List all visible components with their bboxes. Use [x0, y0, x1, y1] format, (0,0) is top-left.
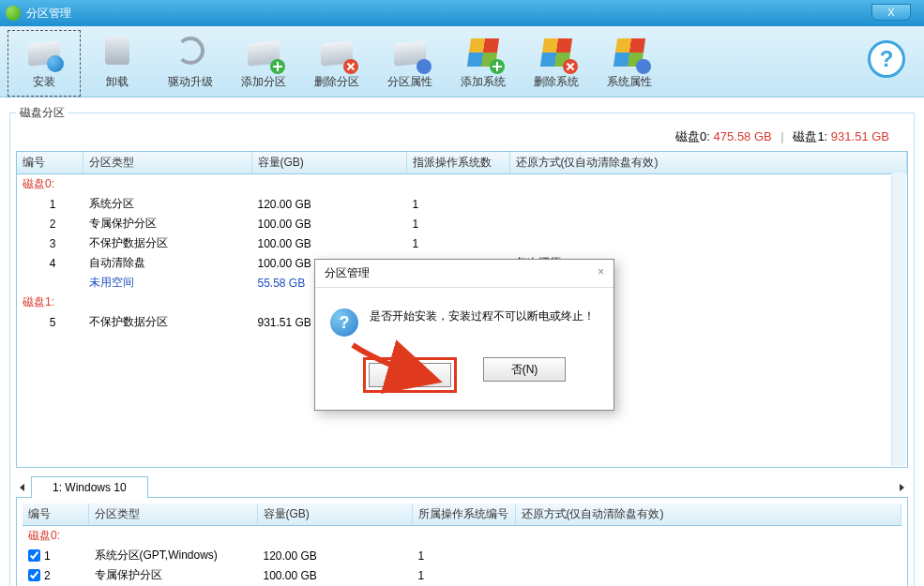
- partition-props-icon: [392, 35, 428, 70]
- table-row[interactable]: 1系统分区(GPT,Windows)120.00 GB1: [23, 546, 901, 565]
- col-os-owner[interactable]: 所属操作系统编号: [412, 503, 515, 526]
- col-type[interactable]: 分区类型: [88, 503, 257, 526]
- col-restore[interactable]: 还原方式(仅自动清除盘有效): [515, 503, 901, 526]
- no-button[interactable]: 否(N): [483, 357, 566, 382]
- toolbar-add-partition[interactable]: 添加分区: [227, 30, 300, 97]
- disk-0-label-row: 磁盘0:: [17, 174, 907, 195]
- yes-button[interactable]: 是(Y): [369, 363, 451, 387]
- toolbar-partition-props[interactable]: 分区属性: [373, 30, 447, 97]
- question-icon: ?: [330, 308, 358, 337]
- col-number[interactable]: 编号: [17, 152, 83, 174]
- table-row[interactable]: 2专属保护分区100.00 GB1: [17, 214, 907, 233]
- delete-partition-icon: [319, 35, 355, 70]
- delete-system-icon: [538, 35, 574, 70]
- table-row[interactable]: 2专属保护分区100.00 GB1: [23, 565, 901, 585]
- toolbar-delete-system[interactable]: 删除系统: [520, 30, 593, 97]
- toolbar-uninstall[interactable]: 卸载: [81, 30, 154, 97]
- dialog-message: 是否开始安装，安装过程不可以断电或终止！: [370, 308, 595, 337]
- toolbar-driver-upgrade[interactable]: 驱动升级: [154, 30, 227, 97]
- tab-windows-10[interactable]: 1: Windows 10: [31, 476, 148, 498]
- window-close-button[interactable]: X: [871, 4, 911, 21]
- fieldset-legend: 磁盘分区: [16, 105, 68, 121]
- main-toolbar: 安装 卸载 驱动升级 添加分区 删除分区 分区属性 添加系统 删除系统: [0, 26, 924, 98]
- uninstall-icon: [99, 35, 135, 70]
- window-title: 分区管理: [26, 6, 71, 22]
- help-button[interactable]: ?: [868, 40, 905, 78]
- system-props-icon: [612, 35, 647, 70]
- refresh-icon: [173, 35, 208, 70]
- os-tab-bar: 1: Windows 10: [16, 475, 908, 498]
- add-partition-icon: [246, 35, 281, 70]
- col-number[interactable]: 编号: [23, 503, 88, 526]
- partition-table-bottom[interactable]: 编号 分区类型 容量(GB) 所属操作系统编号 还原方式(仅自动清除盘有效) 磁…: [16, 498, 908, 586]
- toolbar-delete-partition[interactable]: 删除分区: [300, 30, 373, 97]
- table-row[interactable]: 1系统分区120.00 GB1: [17, 194, 907, 214]
- disk-summary: 磁盘0: 475.58 GB | 磁盘1: 931.51 GB: [16, 127, 908, 151]
- install-icon: [26, 35, 62, 70]
- window-titlebar: 分区管理 X: [0, 0, 924, 26]
- toolbar-install[interactable]: 安装: [8, 30, 81, 97]
- col-capacity[interactable]: 容量(GB): [257, 503, 412, 526]
- disk-0-label-row: 磁盘0:: [23, 526, 901, 547]
- yes-button-highlight: 是(Y): [363, 357, 457, 393]
- add-system-icon: [465, 35, 501, 70]
- confirm-dialog: 分区管理 × ? 是否开始安装，安装过程不可以断电或终止！ 是(Y) 否(N): [314, 259, 614, 411]
- col-os-count[interactable]: 指派操作系统数: [406, 152, 509, 174]
- table-row[interactable]: 3不保护数据分区100.00 GB1: [17, 233, 907, 253]
- col-capacity[interactable]: 容量(GB): [251, 152, 406, 174]
- toolbar-add-system[interactable]: 添加系统: [447, 30, 520, 97]
- col-type[interactable]: 分区类型: [83, 152, 251, 174]
- col-restore[interactable]: 还原方式(仅自动清除盘有效): [509, 152, 907, 174]
- dialog-title: 分区管理: [325, 265, 370, 281]
- row-checkbox[interactable]: [28, 549, 40, 562]
- dialog-close-icon[interactable]: ×: [598, 265, 604, 281]
- row-checkbox[interactable]: [28, 569, 40, 581]
- toolbar-system-props[interactable]: 系统属性: [593, 30, 666, 97]
- scrollbar-vertical[interactable]: [891, 173, 906, 466]
- app-icon: [6, 6, 21, 21]
